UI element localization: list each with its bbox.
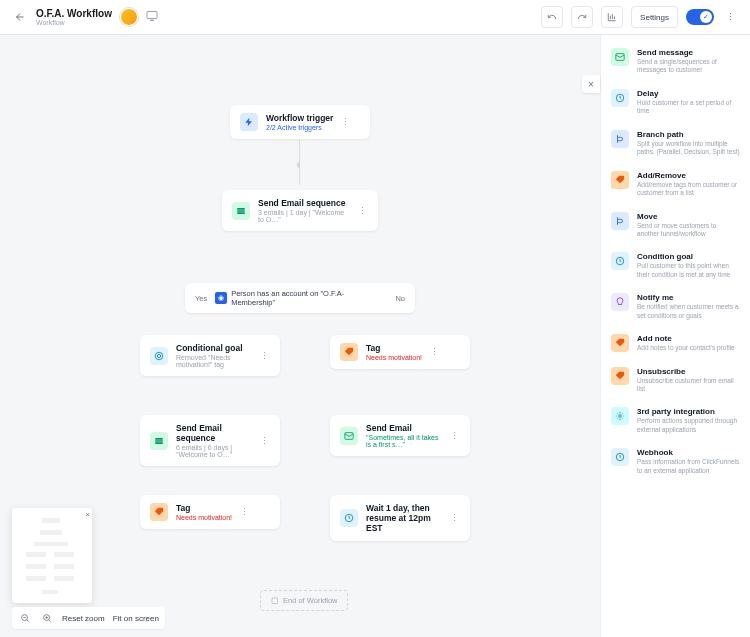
node-subtitle: 6 emails | 6 days | "Welcome to O…" [176, 444, 252, 458]
action-title: 3rd party integration [637, 407, 740, 416]
action-item-branch-path[interactable]: Branch pathSplit your workflow into mult… [601, 123, 750, 164]
undo-button[interactable] [541, 6, 563, 28]
yes-label: Yes [195, 294, 207, 303]
action-item-3rd-party-integration[interactable]: 3rd party integrationPerform actions sup… [601, 400, 750, 441]
node-menu-icon[interactable]: ⋮ [358, 206, 368, 216]
node-subtitle: 2/2 Active triggers [266, 124, 333, 131]
email-sequence-node-2[interactable]: Send Email sequence 6 emails | 6 days | … [140, 415, 280, 466]
tag-icon [340, 343, 358, 361]
action-item-unsubscribe[interactable]: UnsubscribeUnsubscribe customer from ema… [601, 360, 750, 401]
monitor-icon[interactable] [146, 10, 160, 24]
action-item-notify-me[interactable]: Notify meBe notified when customer meets… [601, 286, 750, 327]
action-item-delay[interactable]: DelayHold customer for a set period of t… [601, 82, 750, 123]
fit-screen-button[interactable]: Fit on screen [113, 614, 159, 623]
avatar[interactable] [120, 8, 138, 26]
workflow-canvas[interactable]: Workflow trigger 2/2 Active triggers ⋮ S… [0, 35, 600, 637]
action-title: Move [637, 212, 740, 221]
minimap[interactable]: × [12, 508, 92, 603]
back-arrow-icon[interactable] [12, 9, 28, 25]
node-subtitle: Needs motivation! [176, 514, 232, 521]
settings-button[interactable]: Settings [631, 6, 678, 28]
send-email-node[interactable]: Send Email "Sometimes, all it takes is a… [330, 415, 470, 456]
action-item-webhook[interactable]: WebhookPass information from ClickFunnel… [601, 441, 750, 482]
wait-node[interactable]: Wait 1 day, then resume at 12pm EST ⋮ [330, 495, 470, 541]
page-title: O.F.A. Workflow [36, 8, 112, 19]
zoom-controls: Reset zoom Fit on screen [12, 607, 165, 629]
action-icon [611, 448, 629, 466]
title-block: O.F.A. Workflow Workflow [36, 8, 112, 26]
tag-node-2[interactable]: Tag Needs motivation! ⋮ [140, 495, 280, 529]
reset-zoom-button[interactable]: Reset zoom [62, 614, 105, 623]
svg-rect-0 [147, 12, 157, 19]
svg-point-26 [619, 415, 622, 418]
email-sequence-node[interactable]: Send Email sequence 3 emails | 1 day | "… [222, 190, 378, 231]
node-title: Wait 1 day, then resume at 12pm EST [366, 503, 442, 533]
svg-point-18 [157, 354, 160, 357]
action-desc: Split your workflow into multiple paths.… [637, 140, 740, 157]
condition-text: Person has an account on "O.F.A-Membersh… [231, 289, 387, 307]
action-icon [611, 367, 629, 385]
person-icon: ◉ [215, 292, 227, 304]
action-desc: Add notes to your contact's profile [637, 344, 735, 352]
tag-icon [150, 503, 168, 521]
minimap-close-icon[interactable]: × [85, 510, 90, 519]
action-icon [611, 334, 629, 352]
action-item-condition-goal[interactable]: Condition goalPull customer to this poin… [601, 245, 750, 286]
action-desc: Hold customer for a set period of time [637, 99, 740, 116]
node-title: Send Email sequence [176, 423, 252, 443]
analytics-button[interactable] [601, 6, 623, 28]
action-title: Condition goal [637, 252, 740, 261]
clock-icon [340, 509, 358, 527]
node-subtitle: "Sometimes, all it takes is a first s…" [366, 434, 442, 448]
svg-point-17 [155, 352, 163, 360]
more-menu-icon[interactable]: ⋮ [722, 9, 738, 25]
condition-node[interactable]: Yes ◉ Person has an account on "O.F.A-Me… [185, 283, 415, 313]
action-title: Unsubscribe [637, 367, 740, 376]
zoom-out-icon[interactable] [18, 611, 32, 625]
conditional-goal-node[interactable]: Conditional goal Removed "Needs motivati… [140, 335, 280, 376]
goal-icon [150, 347, 168, 365]
action-title: Webhook [637, 448, 740, 457]
action-item-add-remove[interactable]: Add/RemoveAdd/remove tags from customer … [601, 164, 750, 205]
redo-button[interactable] [571, 6, 593, 28]
action-title: Add/Remove [637, 171, 740, 180]
mail-stack-icon [232, 202, 250, 220]
action-icon [611, 212, 629, 230]
page-subtitle: Workflow [36, 19, 112, 26]
mail-stack-icon [150, 432, 168, 450]
zoom-in-icon[interactable] [40, 611, 54, 625]
node-menu-icon[interactable]: ⋮ [450, 431, 460, 441]
node-menu-icon[interactable]: ⋮ [260, 436, 270, 446]
action-desc: Pass information from ClickFunnels to an… [637, 458, 740, 475]
action-item-send-message[interactable]: Send messageSend a single/sequences of m… [601, 41, 750, 82]
action-icon [611, 130, 629, 148]
node-menu-icon[interactable]: ⋮ [260, 351, 270, 361]
node-title: Conditional goal [176, 343, 252, 353]
action-title: Notify me [637, 293, 740, 302]
action-item-add-note[interactable]: Add noteAdd notes to your contact's prof… [601, 327, 750, 359]
actions-sidebar: Send messageSend a single/sequences of m… [600, 35, 750, 637]
workflow-trigger-node[interactable]: Workflow trigger 2/2 Active triggers ⋮ [230, 105, 370, 139]
node-title: Tag [176, 503, 232, 513]
action-title: Branch path [637, 130, 740, 139]
node-subtitle: 3 emails | 1 day | "Welcome to O…" [258, 209, 350, 223]
action-item-move[interactable]: MoveSend or move customers to another fu… [601, 205, 750, 246]
close-panel-button[interactable]: × [582, 75, 600, 93]
node-menu-icon[interactable]: ⋮ [430, 347, 440, 357]
action-title: Add note [637, 334, 735, 343]
node-menu-icon[interactable]: ⋮ [450, 513, 460, 523]
action-desc: Unsubscribe customer from email list [637, 377, 740, 394]
action-icon [611, 407, 629, 425]
active-toggle[interactable] [686, 9, 714, 25]
end-of-workflow: ▢ End of Workflow [260, 590, 348, 611]
action-title: Send message [637, 48, 740, 57]
action-icon [611, 171, 629, 189]
tag-node[interactable]: Tag Needs motivation! ⋮ [330, 335, 470, 369]
action-desc: Be notified when customer meets a set co… [637, 303, 740, 320]
node-menu-icon[interactable]: ⋮ [240, 507, 250, 517]
action-desc: Perform actions supported through extern… [637, 417, 740, 434]
action-icon [611, 48, 629, 66]
node-menu-icon[interactable]: ⋮ [341, 117, 351, 127]
action-icon [611, 89, 629, 107]
node-subtitle: Removed "Needs motivation!" tag [176, 354, 252, 368]
